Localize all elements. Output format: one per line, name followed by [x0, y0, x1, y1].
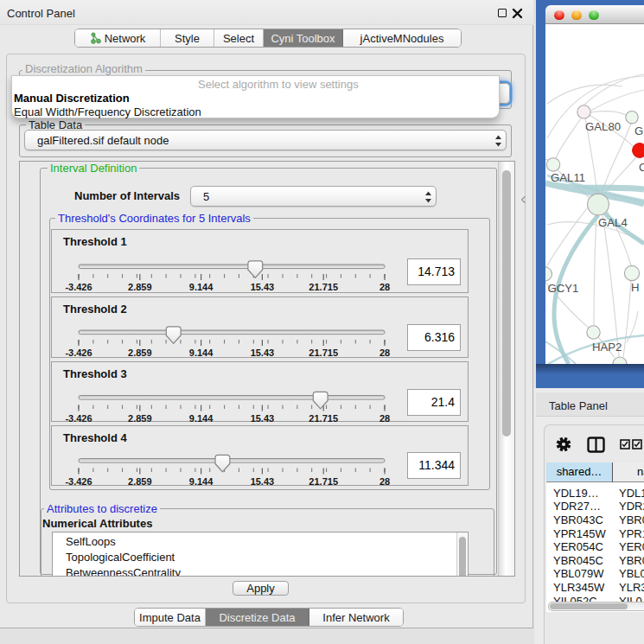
svg-text:21.715: 21.715: [309, 413, 338, 424]
svg-text:28: 28: [379, 413, 390, 424]
svg-text:HAP2: HAP2: [592, 341, 622, 354]
svg-text:9.144: 9.144: [189, 282, 214, 292]
svg-text:21.715: 21.715: [309, 282, 338, 292]
svg-text:-3.426: -3.426: [65, 348, 92, 358]
svg-text:-3.426: -3.426: [65, 413, 92, 424]
svg-text:15.43: 15.43: [251, 413, 275, 424]
svg-text:28: 28: [379, 348, 390, 358]
svg-text:GAL4: GAL4: [598, 216, 628, 229]
svg-text:21.715: 21.715: [309, 476, 338, 487]
svg-text:28: 28: [379, 282, 390, 292]
svg-text:GCY1: GCY1: [548, 282, 579, 295]
svg-text:H: H: [631, 281, 640, 294]
svg-text:GAL11: GAL11: [551, 171, 585, 184]
svg-text:15.43: 15.43: [251, 282, 275, 292]
svg-text:28: 28: [379, 476, 390, 487]
svg-text:15.43: 15.43: [251, 348, 275, 358]
svg-text:G.: G.: [634, 124, 644, 137]
svg-text:2.859: 2.859: [128, 282, 152, 292]
svg-text:2.859: 2.859: [128, 476, 152, 487]
svg-text:9.144: 9.144: [189, 348, 214, 358]
svg-text:9.144: 9.144: [189, 413, 214, 424]
svg-text:2.859: 2.859: [128, 413, 152, 424]
svg-text:C: C: [639, 161, 644, 174]
svg-text:15.43: 15.43: [251, 476, 275, 487]
svg-text:-3.426: -3.426: [65, 282, 92, 292]
svg-text:-3.426: -3.426: [65, 476, 92, 487]
svg-text:GAL80: GAL80: [585, 120, 621, 133]
svg-text:9.144: 9.144: [189, 476, 214, 487]
svg-text:2.859: 2.859: [128, 348, 152, 358]
svg-text:21.715: 21.715: [309, 348, 338, 358]
